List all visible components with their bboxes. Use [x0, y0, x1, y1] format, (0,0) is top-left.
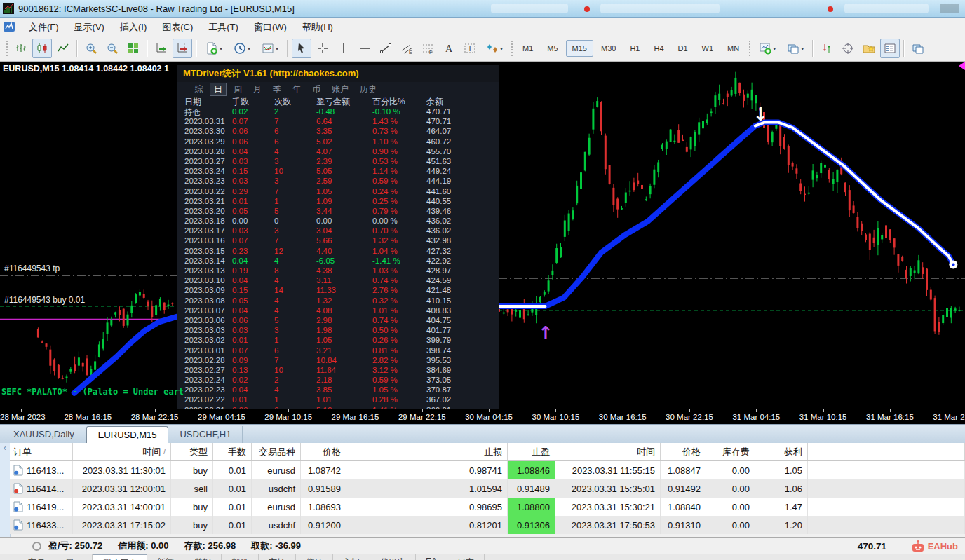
- shapes-icon: [486, 42, 499, 55]
- tile-windows-button[interactable]: [123, 39, 143, 58]
- orders-column-header[interactable]: 交易品种: [252, 443, 301, 460]
- terminal-tab[interactable]: 交易: [18, 554, 55, 560]
- orders-column-header[interactable]: 止损: [346, 443, 508, 460]
- label-button[interactable]: T: [460, 39, 480, 58]
- orders-column-header[interactable]: 获利: [755, 443, 808, 460]
- navigator-button[interactable]: [838, 39, 858, 58]
- orders-column-header[interactable]: 时间/: [73, 443, 171, 460]
- auto-scroll-button[interactable]: [151, 39, 171, 58]
- timeframe-d1-button[interactable]: D1: [672, 40, 694, 57]
- order-row[interactable]: 116419...2023.03.31 14:00:01buy0.01eurus…: [10, 498, 965, 516]
- left-chart-canvas[interactable]: [0, 62, 177, 409]
- menu-item[interactable]: 文件(F): [21, 19, 67, 35]
- zoom-out-button[interactable]: [102, 39, 122, 58]
- stats-tab[interactable]: 历史: [356, 83, 381, 96]
- orders-column-header[interactable]: 库存费: [706, 443, 755, 460]
- time-axis[interactable]: 28 Mar 202328 Mar 16:1528 Mar 22:1529 Ma…: [0, 409, 965, 424]
- period-button[interactable]: ▾: [229, 39, 255, 58]
- chart-tab-xauusd[interactable]: XAUUSD,Daily: [2, 426, 86, 443]
- timeframe-m30-button[interactable]: M30: [595, 40, 622, 57]
- stats-tab[interactable]: 账户: [328, 83, 353, 96]
- terminal-tab[interactable]: 入门: [333, 554, 370, 560]
- bars-button[interactable]: [11, 39, 31, 58]
- terminal-tab[interactable]: 信号: [296, 554, 333, 560]
- new-order-button[interactable]: ▾: [201, 39, 227, 58]
- order-row[interactable]: 116413...2023.03.31 11:30:01buy0.01eurus…: [10, 461, 965, 479]
- menu-item[interactable]: 窗口(W): [246, 19, 295, 35]
- stats-cell: 10: [274, 366, 283, 374]
- stats-tab[interactable]: 季: [269, 83, 285, 96]
- text-button[interactable]: A: [439, 39, 459, 58]
- indicator-sort-button[interactable]: [817, 39, 837, 58]
- orders-column-header[interactable]: 时间: [555, 443, 661, 460]
- orders-column-header[interactable]: 价格: [661, 443, 706, 460]
- fibonacci-button[interactable]: F: [418, 39, 438, 58]
- clipped-button[interactable]: [908, 39, 928, 58]
- timeframe-m1-button[interactable]: M1: [516, 40, 539, 57]
- collapse-gutter[interactable]: ‹: [0, 443, 11, 537]
- favorites-button[interactable]: [859, 39, 879, 58]
- stats-row: 2023.03.180.0000.000.00 %436.02: [177, 217, 499, 226]
- template-button[interactable]: ▾: [257, 39, 283, 58]
- timeframe-w1-button[interactable]: W1: [696, 40, 720, 57]
- terminal-tab[interactable]: 邮箱: [222, 554, 259, 560]
- terminal-tab[interactable]: 新闻: [147, 554, 184, 560]
- terminal-tab[interactable]: EA: [416, 554, 447, 560]
- terminal-tab[interactable]: 市场: [259, 554, 296, 560]
- timeframe-m5-button[interactable]: M5: [541, 40, 564, 57]
- timeframe-mn-button[interactable]: MN: [721, 40, 745, 57]
- terminal-button[interactable]: [880, 39, 900, 58]
- terminal-tab[interactable]: 展示: [55, 554, 93, 560]
- right-chart-canvas[interactable]: ↓↑: [499, 62, 965, 409]
- orders-column-header[interactable]: 手数: [213, 443, 252, 460]
- terminal-tab[interactable]: 警报: [184, 554, 222, 560]
- up-arrow: ↑: [538, 322, 553, 343]
- stats-tab[interactable]: 年: [288, 83, 305, 96]
- cursor-button[interactable]: [292, 39, 311, 58]
- order-row[interactable]: 116433...2023.03.31 17:15:02buy0.01usdch…: [10, 516, 965, 534]
- shapes-button[interactable]: ▾: [481, 39, 508, 58]
- chart-shift-icon: [176, 42, 189, 55]
- trendline-button[interactable]: [376, 39, 396, 58]
- orders-column-header[interactable]: 价格: [301, 443, 346, 460]
- stats-cell: 370.87: [426, 385, 451, 394]
- zoom-in-button[interactable]: [81, 39, 101, 58]
- chart-profile-button[interactable]: ▾: [782, 39, 809, 58]
- chevron-down-icon: ▾: [773, 46, 776, 52]
- terminal-tab[interactable]: 账户历史: [93, 554, 147, 560]
- menu-item[interactable]: 帮助(H): [295, 19, 341, 35]
- vertical-line-button[interactable]: [334, 39, 353, 58]
- terminal-tab[interactable]: 代码库: [370, 554, 416, 560]
- timeframe-h1-button[interactable]: H1: [623, 40, 646, 57]
- menu-item[interactable]: 插入(I): [112, 19, 154, 35]
- timeframe-h4-button[interactable]: H4: [647, 40, 670, 57]
- stats-tab[interactable]: 日: [210, 83, 227, 96]
- orders-column-header[interactable]: 类型: [171, 443, 213, 460]
- chart-tab-usdchf[interactable]: USDCHF,H1: [168, 426, 243, 443]
- time-label: 31 Mar 16:15: [866, 413, 914, 421]
- terminal-tab[interactable]: 日志: [447, 554, 485, 560]
- chart-area[interactable]: ↓↑ MTDriver统计 V1.61 (http://chaokes.com)…: [0, 62, 965, 409]
- stats-tab[interactable]: 周: [229, 83, 246, 96]
- horizontal-line-button[interactable]: [355, 39, 374, 58]
- stats-tab[interactable]: 月: [249, 83, 266, 96]
- chart-tab-eurusd[interactable]: EURUSD,M15: [86, 426, 169, 444]
- background-window-artifact: [940, 4, 959, 13]
- timeframe-m15-button[interactable]: M15: [566, 40, 593, 57]
- channel-button[interactable]: E: [397, 39, 417, 58]
- time-label: 31 Mar 22:15: [933, 413, 965, 421]
- add-indicator-button[interactable]: ▾: [754, 39, 781, 58]
- orders-column-header[interactable]: 止盈: [508, 443, 555, 460]
- chart-shift-button[interactable]: [173, 39, 192, 58]
- stats-cell: 7: [274, 187, 278, 196]
- line-chart-button[interactable]: [53, 39, 73, 58]
- crosshair-button[interactable]: [313, 39, 332, 58]
- stats-tab[interactable]: 综: [190, 83, 207, 96]
- stats-tab[interactable]: 币: [308, 83, 325, 96]
- candles-button[interactable]: [32, 39, 52, 58]
- menu-item[interactable]: 工具(T): [201, 19, 246, 35]
- menu-item[interactable]: 显示(V): [67, 19, 112, 35]
- menu-item[interactable]: 图表(C): [154, 19, 201, 35]
- orders-column-header[interactable]: 订单: [10, 443, 73, 460]
- order-row[interactable]: 116414...2023.03.31 12:00:01sell0.01usdc…: [10, 479, 965, 498]
